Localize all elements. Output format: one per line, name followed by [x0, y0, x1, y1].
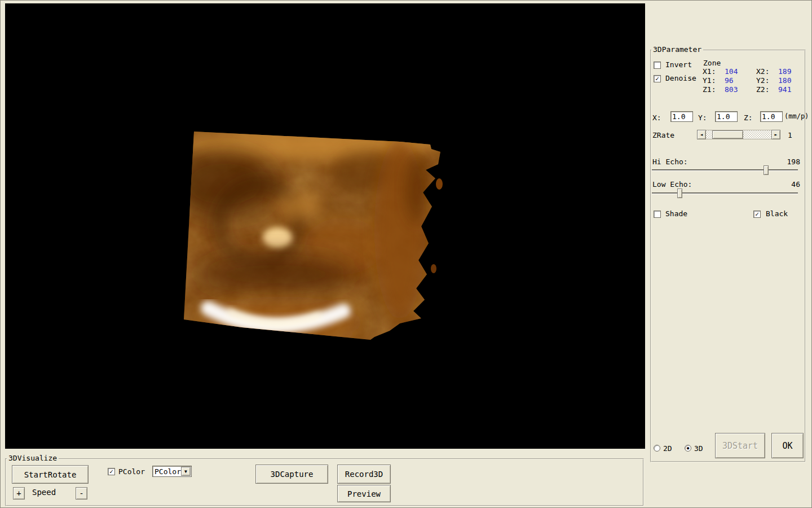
- ok-button[interactable]: OK: [771, 433, 804, 458]
- hi-echo-value: 198: [767, 157, 800, 166]
- low-echo-label: Low Echo:: [652, 180, 692, 189]
- pcolor-checkbox[interactable]: ✓: [108, 468, 115, 475]
- radio-dot-icon: ●: [687, 446, 689, 450]
- scroll-right-icon: ►: [775, 132, 778, 137]
- invert-checkbox[interactable]: [654, 62, 661, 69]
- zrate-scrollbar-track[interactable]: [706, 130, 771, 139]
- application-window: 3DParameter Invert ✓ Denoise Zone X1: 10…: [0, 0, 812, 508]
- zone-y1-label: Y1:: [703, 76, 716, 85]
- visualize-group-title: 3DVisualize: [7, 454, 59, 462]
- record-3d-button[interactable]: Record3D: [337, 465, 391, 484]
- parameter-group-title: 3DParameter: [651, 45, 703, 54]
- zrate-scrollbar-thumb[interactable]: [712, 130, 743, 139]
- denoise-label: Denoise: [665, 74, 696, 82]
- low-echo-thumb[interactable]: [677, 189, 682, 198]
- zone-y2-value: 180: [778, 76, 791, 85]
- pcolor-select[interactable]: PColor ▼: [152, 466, 192, 477]
- scroll-left-icon: ◄: [700, 132, 703, 137]
- start-rotate-button[interactable]: StartRotate: [12, 465, 89, 484]
- black-checkbox[interactable]: ✓: [753, 211, 761, 218]
- speed-decrease-button[interactable]: -: [76, 487, 87, 500]
- zone-z1-label: Z1:: [703, 85, 716, 94]
- mode-3d-label: 3D: [694, 444, 703, 453]
- zone-title: Zone: [703, 59, 721, 67]
- preview-button[interactable]: Preview: [337, 485, 391, 502]
- pcolor-select-value: PColor: [153, 467, 181, 476]
- scale-unit-label: (mm/p): [784, 112, 809, 121]
- dropdown-arrow-icon[interactable]: ▼: [181, 467, 191, 476]
- speed-increase-button[interactable]: +: [13, 487, 25, 500]
- scale-y-label: Y:: [698, 113, 707, 122]
- check-icon: ✓: [109, 468, 113, 475]
- check-icon: ✓: [755, 211, 759, 217]
- check-icon: ✓: [655, 76, 659, 82]
- pcolor-label: PColor: [118, 467, 145, 476]
- zone-z2-value: 941: [778, 85, 791, 94]
- denoise-checkbox[interactable]: ✓: [654, 75, 661, 82]
- zone-z1-value: 803: [725, 85, 738, 94]
- scroll-right-button[interactable]: ►: [771, 130, 780, 139]
- scroll-left-button[interactable]: ◄: [697, 130, 706, 139]
- zone-x2-value: 189: [778, 67, 791, 76]
- zrate-value: 1: [788, 131, 792, 139]
- scale-z-input[interactable]: [760, 111, 783, 122]
- hi-echo-label: Hi Echo:: [652, 157, 688, 166]
- low-echo-track[interactable]: [652, 192, 798, 194]
- zrate-label: ZRate: [652, 131, 674, 139]
- scale-x-label: X:: [652, 113, 661, 122]
- zone-y1-value: 96: [725, 76, 734, 85]
- zone-y2-label: Y2:: [756, 76, 769, 85]
- zone-x2-label: X2:: [756, 67, 769, 76]
- low-echo-value: 46: [767, 180, 800, 189]
- mode-3d-radio[interactable]: ●: [685, 445, 691, 452]
- black-label: Black: [766, 209, 788, 218]
- render-viewport[interactable]: [5, 3, 645, 449]
- speed-label: Speed: [32, 488, 56, 497]
- scale-z-label: Z:: [744, 113, 753, 122]
- zrate-scrollbar[interactable]: ◄ ►: [697, 130, 780, 139]
- zone-x1-value: 104: [725, 67, 738, 76]
- shade-checkbox[interactable]: [654, 211, 661, 218]
- scale-y-input[interactable]: [715, 111, 738, 122]
- invert-label: Invert: [665, 60, 692, 69]
- capture-3d-button[interactable]: 3DCapture: [255, 465, 328, 484]
- zone-x1-label: X1:: [703, 67, 716, 76]
- hi-echo-thumb[interactable]: [764, 165, 769, 175]
- shade-label: Shade: [665, 209, 687, 218]
- mode-2d-label: 2D: [663, 444, 672, 453]
- zone-z2-label: Z2:: [756, 85, 769, 94]
- mode-2d-radio[interactable]: [654, 445, 660, 452]
- hi-echo-track[interactable]: [652, 169, 798, 171]
- start-3d-button[interactable]: 3DStart: [715, 433, 765, 458]
- scale-x-input[interactable]: [670, 111, 693, 122]
- ultrasound-volume-render: [5, 3, 645, 449]
